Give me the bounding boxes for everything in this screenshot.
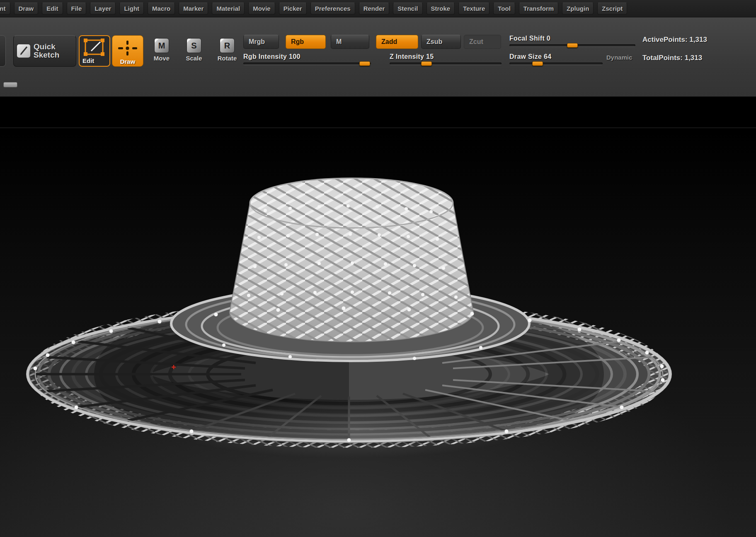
rgb-intensity-nub[interactable]: [359, 61, 370, 66]
top-shelf-toolbar: Quick Sketch Edit: [0, 17, 756, 97]
z-intensity-label: Z Intensity 15: [390, 53, 502, 60]
menu-item-marker[interactable]: Marker: [179, 2, 208, 15]
mrgb-button[interactable]: Mrgb: [243, 35, 279, 49]
draw-size-label: Draw Size 64: [509, 53, 603, 60]
shelf-divider-handle[interactable]: [3, 82, 17, 87]
dynamic-toggle[interactable]: Dynamic: [606, 54, 632, 61]
zcut-button[interactable]: Zcut: [464, 35, 501, 49]
menu-item-preferences[interactable]: Preferences: [310, 2, 355, 15]
scale-icon: S: [187, 38, 201, 53]
brim-front-sheen: [171, 398, 527, 458]
menu-item-tool[interactable]: Tool: [493, 2, 515, 15]
scale-button[interactable]: S Scale: [182, 38, 206, 67]
menu-item-transform[interactable]: Transform: [519, 2, 558, 15]
rotate-label: Rotate: [218, 55, 237, 62]
menu-item-macro[interactable]: Macro: [148, 2, 175, 15]
rgb-intensity-track[interactable]: [243, 63, 371, 65]
z-intensity-nub[interactable]: [421, 61, 432, 66]
menu-item-document[interactable]: ent: [0, 2, 10, 15]
menu-item-stroke[interactable]: Stroke: [426, 2, 455, 15]
rotate-icon: R: [220, 38, 235, 53]
menu-item-file[interactable]: File: [67, 2, 87, 15]
draw-size-slider[interactable]: Draw Size 64: [509, 53, 603, 67]
edit-button-label: Edit: [82, 57, 94, 64]
menu-bar: ent Draw Edit File Layer Light Macro Mar…: [0, 0, 756, 17]
draw-button[interactable]: Draw: [112, 35, 143, 67]
zadd-button[interactable]: Zadd: [376, 35, 418, 49]
active-points-readout: ActivePoints: 1,313: [642, 36, 707, 44]
move-icon: M: [154, 38, 169, 53]
menu-item-draw[interactable]: Draw: [14, 2, 39, 15]
rgb-intensity-slider[interactable]: Rgb Intensity 100: [243, 53, 371, 67]
document-canvas[interactable]: [0, 97, 756, 537]
menu-item-picker[interactable]: Picker: [279, 2, 307, 15]
z-intensity-track[interactable]: [390, 63, 502, 65]
hat-model[interactable]: [0, 97, 756, 537]
menu-item-texture[interactable]: Texture: [458, 2, 489, 15]
hat-crown: [230, 178, 473, 342]
draw-size-nub[interactable]: [532, 61, 543, 66]
focal-shift-nub[interactable]: [567, 43, 578, 48]
rgb-button[interactable]: Rgb: [286, 35, 326, 49]
quick-sketch-icon: [17, 44, 30, 58]
menu-item-zscript[interactable]: Zscript: [597, 2, 627, 15]
menu-item-light[interactable]: Light: [119, 2, 144, 15]
focal-shift-track[interactable]: [509, 44, 635, 47]
zsub-button[interactable]: Zsub: [421, 35, 461, 49]
m-button[interactable]: M: [331, 35, 369, 49]
menu-item-stencil[interactable]: Stencil: [393, 2, 422, 15]
rgb-intensity-label: Rgb Intensity 100: [243, 53, 371, 60]
scale-label: Scale: [186, 55, 202, 62]
focal-shift-slider[interactable]: Focal Shift 0: [509, 35, 635, 49]
move-button[interactable]: M Move: [149, 38, 174, 67]
quick-sketch-button[interactable]: Quick Sketch: [13, 35, 76, 67]
menu-item-layer[interactable]: Layer: [90, 2, 116, 15]
draw-size-track[interactable]: [509, 63, 603, 65]
focal-shift-label: Focal Shift 0: [509, 35, 635, 42]
menu-item-material[interactable]: Material: [212, 2, 245, 15]
rotate-button[interactable]: R Rotate: [213, 38, 241, 67]
quick-sketch-label: Quick Sketch: [34, 43, 73, 59]
z-intensity-slider[interactable]: Z Intensity 15: [390, 53, 502, 67]
edit-button[interactable]: Edit: [79, 35, 110, 67]
total-points-readout: TotalPoints: 1,313: [642, 54, 702, 62]
menu-item-movie[interactable]: Movie: [248, 2, 275, 15]
draw-button-label: Draw: [112, 58, 143, 65]
move-label: Move: [154, 55, 170, 62]
menu-item-zplugin[interactable]: Zplugin: [562, 2, 594, 15]
clipped-left-button[interactable]: [0, 35, 6, 67]
zbrush-window: ent Draw Edit File Layer Light Macro Mar…: [0, 0, 756, 537]
menu-item-edit[interactable]: Edit: [42, 2, 63, 15]
menu-item-render[interactable]: Render: [359, 2, 390, 15]
